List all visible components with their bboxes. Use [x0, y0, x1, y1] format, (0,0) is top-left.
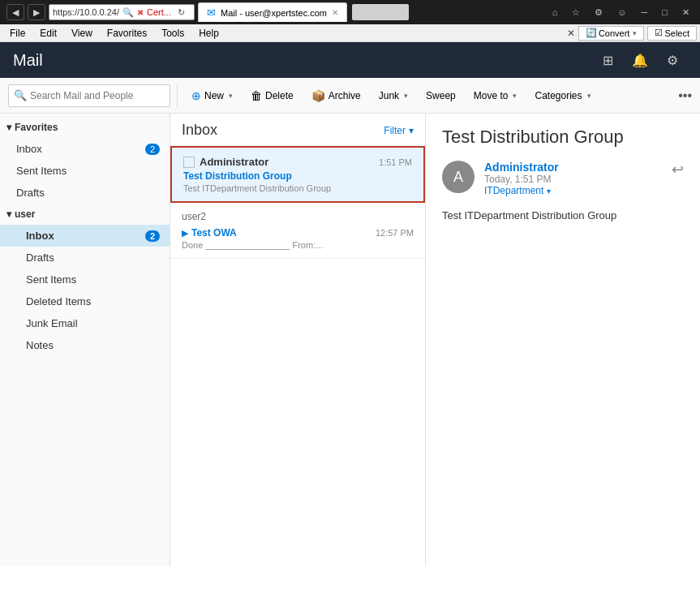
email-1-subject: Test Distribution Group: [183, 170, 412, 182]
sidebar: ▾ Favorites Inbox 2 Sent Items Drafts ▾ …: [0, 114, 170, 566]
email-to-name[interactable]: ITDepartment: [484, 185, 543, 196]
email-1-sender: Administrator: [200, 156, 268, 168]
new-tab-area: [352, 4, 409, 20]
menu-help[interactable]: Help: [192, 27, 225, 40]
email-1-checkbox[interactable]: [183, 157, 195, 168]
archive-button[interactable]: 📦 Archive: [304, 83, 368, 109]
reply-icon[interactable]: ↩: [672, 161, 684, 178]
main-layout: ▾ Favorites Inbox 2 Sent Items Drafts ▾ …: [0, 114, 700, 566]
sidebar-item-favorites-inbox[interactable]: Inbox 2: [0, 138, 170, 160]
grid-view-button[interactable]: ⊞: [593, 45, 622, 75]
menu-bar-right: ✕ 🔄 Convert ▾ ☑ Select: [567, 26, 697, 41]
smile-icon[interactable]: ☺: [613, 6, 630, 19]
inbox-label: Inbox: [26, 230, 54, 242]
menu-file[interactable]: File: [3, 27, 32, 40]
cert-label: Cert...: [147, 7, 171, 17]
notes-label: Notes: [26, 339, 54, 351]
address-text: https://10.0.0.24/: [53, 7, 119, 17]
more-options-button[interactable]: •••: [678, 88, 692, 103]
tab-icon: ✉: [207, 6, 216, 19]
menu-favorites[interactable]: Favorites: [101, 27, 153, 40]
email-date: Today, 1:51 PM: [484, 174, 662, 185]
email-to-row: ITDepartment ▾: [484, 185, 662, 196]
convert-button[interactable]: 🔄 Convert ▾: [578, 26, 645, 41]
to-expand-arrow[interactable]: ▾: [547, 187, 551, 196]
sidebar-item-favorites-sent[interactable]: Sent Items: [0, 160, 170, 182]
minimize-button[interactable]: ─: [638, 6, 652, 19]
new-button[interactable]: ⊕ New ▾: [184, 83, 240, 109]
junk-label: Junk: [379, 90, 399, 101]
moveto-drop-arrow: ▾: [513, 92, 517, 100]
junk-email-label: Junk Email: [26, 317, 78, 329]
user-label: user: [15, 209, 35, 220]
new-label: New: [204, 90, 224, 101]
moveto-button[interactable]: Move to ▾: [466, 83, 525, 109]
title-bar: ◀ ▶ https://10.0.0.24/ 🔍 ✖ Cert... ↻ ✉ M…: [0, 0, 700, 24]
sidebar-item-inbox[interactable]: Inbox 2: [0, 225, 170, 247]
email-view-title: Test Distribution Group: [442, 127, 684, 148]
email-view: Test Distribution Group A Administrator …: [426, 114, 700, 566]
filter-drop-icon: ▾: [409, 125, 414, 136]
email-item-2-header: user2: [182, 211, 414, 225]
sidebar-item-notes[interactable]: Notes: [0, 334, 170, 356]
sidebar-item-drafts[interactable]: Drafts: [0, 247, 170, 269]
menu-tools[interactable]: Tools: [155, 27, 191, 40]
moveto-label: Move to: [474, 90, 509, 101]
convert-drop-arrow: ▾: [633, 29, 637, 37]
email-from-name[interactable]: Administrator: [484, 161, 662, 174]
favorites-sent-label: Sent Items: [16, 165, 67, 177]
search-input[interactable]: [30, 90, 160, 101]
forward-button[interactable]: ▶: [28, 4, 45, 20]
notifications-button[interactable]: 🔔: [625, 45, 655, 75]
email-item-2[interactable]: user2 ▶ Test OWA 12:57 PM Done _________…: [170, 203, 425, 259]
home-icon[interactable]: ⌂: [548, 6, 562, 19]
app-header-icons: ⊞ 🔔 ⚙: [593, 45, 687, 75]
menu-bar-items: File Edit View Favorites Tools Help: [3, 27, 225, 40]
settings-icon-titlebar[interactable]: ⚙: [590, 6, 607, 19]
email-1-preview: Test ITDepartment Distribution Group: [183, 183, 412, 193]
sender-avatar: A: [442, 161, 475, 193]
title-bar-right: ⌂ ☆ ⚙ ☺ ─ □ ✕: [548, 6, 694, 19]
new-drop-arrow: ▾: [229, 92, 233, 100]
sidebar-item-deleted-items[interactable]: Deleted Items: [0, 290, 170, 312]
favorites-inbox-label: Inbox: [16, 143, 42, 155]
search-icon: 🔍: [14, 89, 27, 101]
archive-label: Archive: [329, 90, 361, 101]
favorites-label: Favorites: [15, 122, 58, 133]
email-2-triangle: ▶: [182, 228, 188, 239]
user-collapse-icon: ▾: [6, 209, 11, 220]
search-box[interactable]: 🔍: [8, 84, 170, 107]
delete-button[interactable]: 🗑 Delete: [243, 83, 301, 109]
close-x-button[interactable]: ✕: [567, 28, 575, 39]
junk-button[interactable]: Junk ▾: [371, 83, 415, 109]
refresh-icon: ↻: [178, 7, 185, 18]
select-button[interactable]: ☑ Select: [647, 26, 697, 41]
menu-edit[interactable]: Edit: [33, 27, 63, 40]
cert-warning-icon: ✖: [137, 8, 144, 17]
email-item-1-header: Administrator 1:51 PM: [183, 156, 412, 168]
back-button[interactable]: ◀: [6, 4, 24, 20]
favorites-icon[interactable]: ☆: [568, 6, 584, 19]
email-item-1[interactable]: Administrator 1:51 PM Test Distribution …: [170, 146, 425, 203]
close-window-button[interactable]: ✕: [678, 6, 694, 19]
filter-button[interactable]: Filter ▾: [384, 125, 414, 136]
email-2-subject-row: ▶ Test OWA 12:57 PM: [182, 227, 414, 239]
user-section-header[interactable]: ▾ user: [0, 204, 170, 225]
mail-tab[interactable]: ✉ Mail - user@xpertstec.com ✕: [198, 2, 347, 22]
sidebar-item-favorites-drafts[interactable]: Drafts: [0, 182, 170, 204]
sidebar-item-sent-items[interactable]: Sent Items: [0, 269, 170, 290]
convert-label: Convert: [599, 28, 630, 38]
menu-view[interactable]: View: [65, 27, 99, 40]
maximize-button[interactable]: □: [658, 6, 672, 19]
inbox-title: Inbox: [182, 122, 217, 139]
delete-label: Delete: [265, 90, 294, 101]
archive-icon: 📦: [311, 89, 325, 102]
tab-close-button[interactable]: ✕: [332, 8, 338, 17]
app-settings-button[interactable]: ⚙: [658, 45, 687, 75]
sweep-button[interactable]: Sweep: [419, 83, 463, 109]
favorites-drafts-label: Drafts: [16, 187, 45, 199]
favorites-section-header[interactable]: ▾ Favorites: [0, 117, 170, 138]
junk-drop-arrow: ▾: [404, 92, 408, 100]
categories-button[interactable]: Categories ▾: [527, 83, 598, 109]
sidebar-item-junk-email[interactable]: Junk Email: [0, 312, 170, 334]
